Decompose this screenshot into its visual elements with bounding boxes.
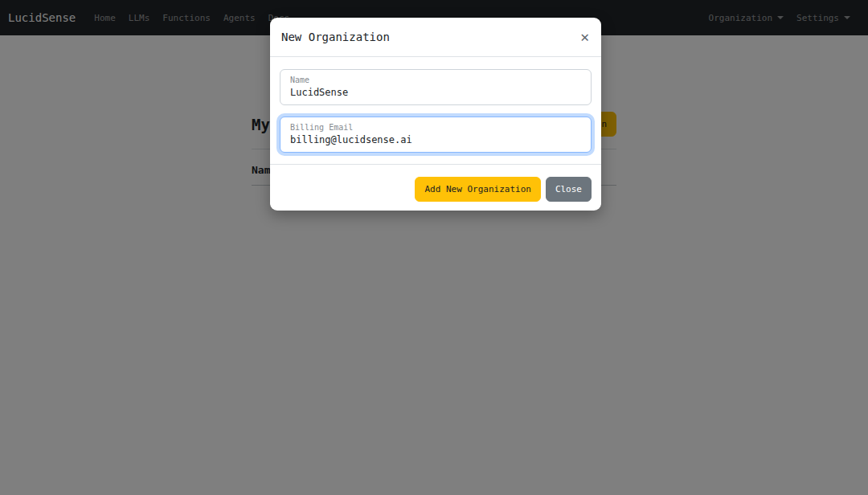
name-field-group: Name bbox=[280, 69, 592, 105]
modal-header: New Organization ✕ bbox=[270, 18, 601, 57]
modal-title: New Organization bbox=[281, 31, 390, 43]
name-field-label: Name bbox=[290, 75, 581, 85]
billing-email-field-group: Billing Email bbox=[280, 117, 592, 153]
close-button[interactable]: Close bbox=[546, 177, 592, 202]
add-new-organization-button[interactable]: Add New Organization bbox=[415, 177, 540, 202]
modal-footer: Add New Organization Close bbox=[270, 164, 601, 211]
billing-email-field-label: Billing Email bbox=[290, 122, 581, 133]
new-organization-modal: New Organization ✕ Name Billing Email Ad… bbox=[270, 18, 601, 211]
close-icon[interactable]: ✕ bbox=[579, 30, 591, 44]
billing-email-input[interactable] bbox=[290, 133, 581, 147]
modal-body: Name Billing Email bbox=[270, 57, 601, 164]
name-input[interactable] bbox=[290, 86, 581, 100]
